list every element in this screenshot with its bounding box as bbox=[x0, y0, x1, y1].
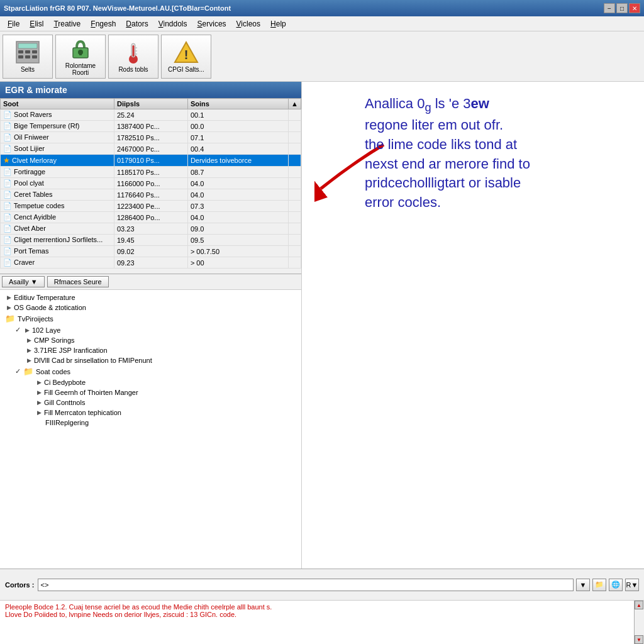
rfmaces-seure-button[interactable]: Rfmaces Seure bbox=[47, 276, 109, 287]
table-row[interactable]: 📄 Soot Ravers 25.24 00.1 bbox=[1, 109, 301, 121]
status-dropdown-btn[interactable]: ▼ bbox=[576, 579, 590, 591]
menu-file[interactable]: File bbox=[3, 18, 25, 30]
cell-col2: 03.23 bbox=[114, 223, 187, 235]
status-bar: Cortors : ▼ 📁 🌐 R▼ bbox=[0, 569, 644, 600]
toolbar-btn-selts[interactable]: Selts bbox=[3, 35, 53, 79]
tree-item[interactable]: 📁TvPiroijects bbox=[3, 313, 299, 325]
status-label: Cortors : bbox=[5, 581, 34, 589]
tree-label: Editiuv Temperature bbox=[14, 294, 75, 301]
tree-item[interactable]: ▶OS Gaode & ztotication bbox=[3, 303, 299, 313]
col-diipsls[interactable]: Diipsls bbox=[114, 99, 187, 109]
menu-treative[interactable]: Treative bbox=[48, 18, 86, 30]
toolbar-btn-cpgi[interactable]: ! CPGI Salts... bbox=[161, 35, 211, 79]
cell-name: 📄 Oil Fniweer bbox=[1, 132, 114, 143]
minimize-button[interactable]: − bbox=[604, 3, 615, 13]
table-row[interactable]: 📄 Cenct Ayidble 1286400 Po... 04.0 bbox=[1, 212, 301, 223]
tree-item[interactable]: ▶Fill Merrcaton tephication bbox=[3, 408, 299, 418]
table-row[interactable]: 📄 Ceret Tables 1176640 Ps... 04.0 bbox=[1, 189, 301, 201]
cell-col3: 00.0 bbox=[187, 121, 288, 132]
cell-col3: 00.1 bbox=[187, 109, 288, 121]
table-row[interactable]: ★ Clvet Merloray 0179010 Ps... Dervides … bbox=[1, 155, 301, 167]
tree-item[interactable]: ▶DlVlll Cad br sinsellation to FMIPenunt bbox=[3, 355, 299, 365]
status-globe-btn[interactable]: 🌐 bbox=[609, 579, 623, 591]
tree-item[interactable]: ▶Ci Bedypbote bbox=[3, 377, 299, 387]
tree-item[interactable]: ▶CMP Sorings bbox=[3, 335, 299, 345]
col-soot[interactable]: Soot bbox=[1, 99, 114, 109]
table-row[interactable]: 📄 Clvet Aber 03.23 09.0 bbox=[1, 223, 301, 235]
cell-col3: 09.0 bbox=[187, 223, 288, 235]
tree-area[interactable]: ▶Editiuv Temperature▶OS Gaode & ztoticat… bbox=[0, 290, 301, 569]
tree-item[interactable]: ▶Fill Geernh of Thoirten Manger bbox=[3, 387, 299, 397]
cell-col3: 08.7 bbox=[187, 167, 288, 178]
annotation-line-3: the lime code liks tond at bbox=[365, 135, 530, 155]
svg-rect-4 bbox=[32, 50, 37, 53]
status-r-btn[interactable]: R▼ bbox=[625, 579, 639, 591]
tree-label: Soat codes bbox=[36, 368, 70, 375]
tree-expand-icon: ▶ bbox=[5, 304, 13, 311]
tree-expand-icon: ▶ bbox=[35, 379, 43, 386]
table-row[interactable]: 📄 Pool clyat 1166000 Po... 04.0 bbox=[1, 178, 301, 189]
table-row[interactable]: 📄 Bige Tempersure (Rf) 1387400 Pc... 00.… bbox=[1, 121, 301, 132]
menu-dators[interactable]: Dators bbox=[121, 18, 153, 30]
svg-rect-6 bbox=[25, 55, 30, 58]
close-button[interactable]: ✕ bbox=[629, 3, 640, 13]
output-scroll-down[interactable]: ▼ bbox=[635, 635, 643, 644]
cell-col3: > 00 bbox=[187, 257, 288, 269]
tree-item[interactable]: ▶3.71RE JSP Iranfication bbox=[3, 345, 299, 355]
folder-icon: 📁 bbox=[23, 367, 33, 376]
col-scrollup[interactable]: ▲ bbox=[289, 99, 301, 109]
cell-empty bbox=[289, 246, 301, 257]
table-row[interactable]: 📄 Port Temas 09.02 > 00.7.50 bbox=[1, 246, 301, 257]
cell-name: 📄 Cenct Ayidble bbox=[1, 212, 114, 223]
tree-item[interactable]: FIIIReplgering bbox=[3, 418, 299, 428]
cell-col3: 09.5 bbox=[187, 235, 288, 246]
menu-help[interactable]: Help bbox=[265, 18, 291, 30]
menu-vinddols[interactable]: Vinddols bbox=[153, 18, 192, 30]
main-content: EGR & miorate Soot Diipsls Soins ▲ 📄 Soo… bbox=[0, 82, 644, 569]
menu-bar: File Elisl Treative Fngesh Dators Vinddo… bbox=[0, 16, 644, 31]
cell-empty bbox=[289, 235, 301, 246]
table-row[interactable]: 📄 Soot Lijier 2467000 Pc... 00.4 bbox=[1, 143, 301, 155]
maximize-button[interactable]: □ bbox=[616, 3, 628, 13]
tree-item[interactable]: ▶Gill Conttnols bbox=[3, 397, 299, 408]
table-body: 📄 Soot Ravers 25.24 00.1 📄 Bige Tempersu… bbox=[1, 109, 301, 269]
cell-empty bbox=[289, 189, 301, 201]
tree-label: OS Gaode & ztotication bbox=[14, 304, 86, 311]
toolbar-btn-rods[interactable]: Rods tobls bbox=[108, 35, 158, 79]
cell-col2: 1166000 Po... bbox=[114, 178, 187, 189]
toolbar-btn-rolontame[interactable]: Rolontame Roorti bbox=[55, 35, 106, 79]
cell-col2: 19.45 bbox=[114, 235, 187, 246]
output-scrollbar[interactable]: ▲ ▼ bbox=[634, 601, 644, 644]
annotation-line-4: nexst end ar merore find to bbox=[365, 155, 530, 174]
svg-rect-1 bbox=[18, 43, 37, 48]
tree-expand-icon: ▶ bbox=[35, 409, 43, 416]
status-input[interactable] bbox=[38, 579, 574, 591]
table-row[interactable]: 📄 Oil Fniweer 1782510 Ps... 07.1 bbox=[1, 132, 301, 143]
cell-empty bbox=[289, 132, 301, 143]
table-wrapper[interactable]: Soot Diipsls Soins ▲ 📄 Soot Ravers 25.24… bbox=[0, 98, 301, 274]
status-folder-btn[interactable]: 📁 bbox=[592, 579, 606, 591]
cell-empty bbox=[289, 143, 301, 155]
calculator-icon bbox=[15, 40, 40, 64]
table-row[interactable]: 📄 Craver 09.23 > 00 bbox=[1, 257, 301, 269]
cell-empty bbox=[289, 257, 301, 269]
tree-item[interactable]: ✓▶102 Laye bbox=[3, 325, 299, 335]
menu-elisl[interactable]: Elisl bbox=[25, 18, 48, 30]
menu-services[interactable]: Services bbox=[192, 18, 231, 30]
table-row[interactable]: 📄 Tempetue codes 1223400 Pe... 07.3 bbox=[1, 201, 301, 212]
cell-name: 📄 Fortiragge bbox=[1, 167, 114, 178]
col-soins[interactable]: Soins bbox=[187, 99, 288, 109]
output-scroll-up[interactable]: ▲ bbox=[635, 601, 643, 609]
cell-col3: Dervides toiveborce bbox=[187, 155, 288, 167]
table-row[interactable]: 📄 Fortiragge 1185170 Ps... 08.7 bbox=[1, 167, 301, 178]
tree-label: Ci Bedypbote bbox=[44, 379, 86, 386]
cell-col3: > 00.7.50 bbox=[187, 246, 288, 257]
tree-item[interactable]: ✓📁Soat codes bbox=[3, 365, 299, 377]
table-header-row: Soot Diipsls Soins ▲ bbox=[1, 99, 301, 109]
menu-vicleos[interactable]: Vicleos bbox=[231, 18, 265, 30]
asailly-button[interactable]: Asailly ▼ bbox=[2, 276, 45, 287]
table-row[interactable]: 📄 Cliget merrentionJ Sorfilets... 19.45 … bbox=[1, 235, 301, 246]
cell-col2: 2467000 Pc... bbox=[114, 143, 187, 155]
tree-item[interactable]: ▶Editiuv Temperature bbox=[3, 292, 299, 303]
menu-fngesh[interactable]: Fngesh bbox=[86, 18, 121, 30]
